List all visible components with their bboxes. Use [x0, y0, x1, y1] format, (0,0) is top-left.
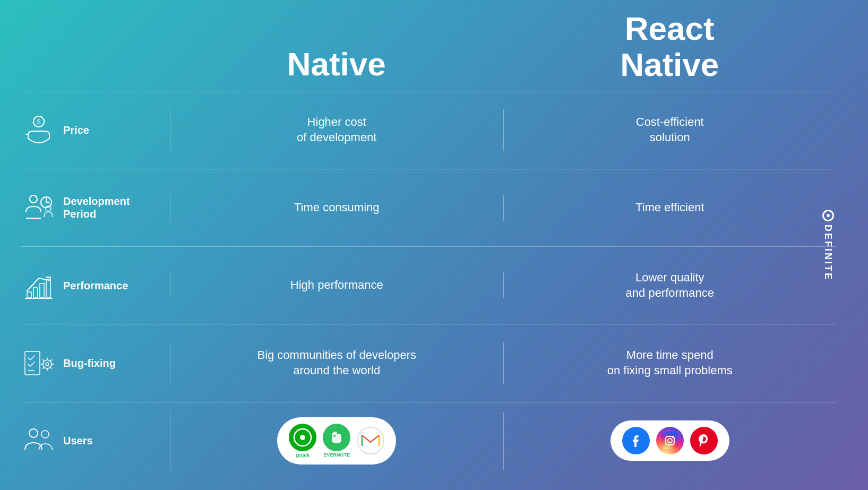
dev-period-react-text: Time efficient	[635, 200, 704, 216]
pinterest-logo	[690, 427, 718, 454]
react-logo-pill	[611, 420, 729, 461]
dev-period-icon	[21, 191, 56, 225]
dev-period-react: Time efficient	[504, 195, 837, 221]
users-label: Users	[63, 434, 93, 447]
price-native-text: Higher costof development	[297, 115, 376, 145]
performance-native: High performance	[170, 272, 504, 298]
native-header: Native	[170, 45, 503, 83]
performance-label: Performance	[63, 279, 128, 292]
table-row: Users gojek	[21, 402, 836, 479]
performance-react: Lower qualityand performance	[504, 265, 837, 306]
users-react	[504, 415, 837, 466]
category-bug-fixing: Bug-fixing	[21, 341, 170, 386]
svg-rect-7	[40, 283, 44, 297]
gojek-icon	[289, 424, 316, 451]
performance-native-text: High performance	[290, 278, 383, 293]
evernote-logo: EVERNOTE	[323, 424, 350, 458]
svg-point-16	[333, 435, 336, 437]
table-row: Performance High performance Lower quali…	[21, 247, 836, 324]
performance-react-text: Lower qualityand performance	[626, 270, 714, 300]
table-row: DevelopmentPeriod Time consuming Time ef…	[21, 169, 836, 247]
category-performance: Performance	[21, 263, 170, 308]
svg-point-12	[29, 429, 38, 437]
native-logo-pill: gojek EVERNOTE	[277, 417, 396, 465]
category-price: $ Price	[21, 108, 170, 153]
gmail-logo	[357, 427, 384, 454]
users-native: gojek EVERNOTE	[170, 412, 504, 470]
comparison-table: $ Price Higher costof development Cost-e…	[21, 91, 836, 479]
dev-period-label: DevelopmentPeriod	[63, 195, 130, 220]
svg-point-13	[41, 431, 49, 438]
price-label: Price	[63, 124, 89, 136]
svg-rect-19	[661, 432, 678, 449]
brand-watermark: DEFINITE	[822, 209, 834, 280]
bug-fixing-icon	[21, 346, 56, 381]
evernote-icon	[323, 424, 350, 451]
instagram-logo	[656, 427, 684, 454]
brand-label: DEFINITE	[822, 224, 833, 280]
svg-point-22	[672, 437, 674, 439]
svg-point-11	[46, 363, 49, 366]
svg-rect-6	[33, 288, 38, 297]
price-react-text: Cost-efficientsolution	[636, 115, 704, 145]
gojek-label: gojek	[296, 452, 310, 458]
react-native-header: ReactNative	[503, 11, 837, 83]
bug-fixing-native: Big communities of developersaround the …	[170, 342, 504, 383]
dev-period-native: Time consuming	[170, 195, 504, 221]
category-dev-period: DevelopmentPeriod	[21, 185, 170, 230]
bug-fixing-native-text: Big communities of developersaround the …	[257, 348, 416, 378]
svg-rect-9	[25, 351, 40, 375]
price-react: Cost-efficientsolution	[504, 109, 837, 150]
facebook-logo	[622, 427, 650, 454]
dev-period-native-text: Time consuming	[294, 200, 380, 216]
evernote-label: EVERNOTE	[323, 452, 350, 458]
bug-fixing-react: More time spendon fixing small problems	[504, 342, 837, 383]
performance-icon	[21, 268, 56, 303]
gojek-logo: gojek	[289, 424, 316, 458]
main-container: Native ReactNative $ Price	[0, 0, 868, 490]
svg-point-2	[30, 195, 37, 203]
bug-fixing-label: Bug-fixing	[63, 357, 116, 369]
gmail-icon	[357, 427, 384, 454]
bug-fixing-react-text: More time spendon fixing small problems	[607, 348, 733, 378]
brand-icon	[822, 209, 834, 221]
svg-point-15	[300, 435, 305, 440]
svg-text:$: $	[37, 118, 40, 126]
category-users: Users	[21, 418, 170, 463]
table-row: Bug-fixing Big communities of developers…	[21, 324, 836, 402]
header: Native ReactNative	[21, 11, 836, 91]
svg-rect-8	[46, 279, 50, 297]
price-native: Higher costof development	[170, 109, 504, 150]
price-icon: $	[21, 113, 56, 148]
table-row: $ Price Higher costof development Cost-e…	[21, 91, 836, 169]
svg-rect-5	[27, 292, 31, 297]
users-icon	[21, 424, 56, 458]
